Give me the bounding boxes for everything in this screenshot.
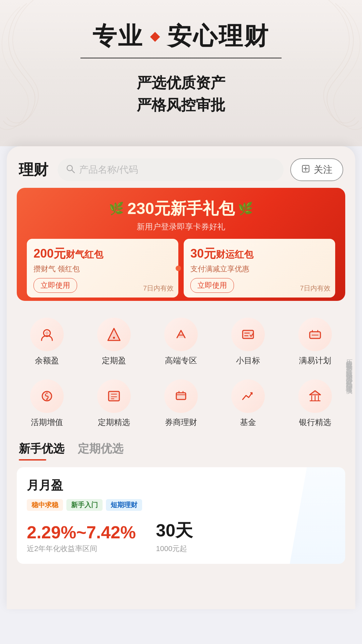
banner-card-2[interactable]: 30元财运红包 支付满减立享优惠 立即使用 7日内有效	[184, 239, 335, 298]
dingqijingxuan-icon-circle	[97, 379, 131, 413]
banner-main-text-value: 230元新手礼包	[127, 198, 235, 219]
period-section: 30天 1000元起	[156, 519, 193, 554]
hero-title: 专业 ◆ 安心理财	[20, 20, 342, 52]
product-tag-3: 短期理财	[106, 499, 142, 511]
search-icon	[66, 164, 75, 176]
banner-card1-use-button[interactable]: 立即使用	[34, 278, 77, 293]
hero-diamond: ◆	[150, 29, 161, 43]
app-card: 历史收益数据仅供参考 过往业绩不预示未来表现 理财有风险 投资需谨慎 理财 产品…	[7, 146, 355, 609]
hero-subtitle-line1: 严选优质资产	[20, 72, 342, 94]
product-name: 月月盈	[27, 477, 335, 494]
follow-button[interactable]: 关注	[290, 158, 343, 181]
banner-card-divider	[176, 266, 181, 271]
grid-item-manyiji[interactable]: 满易计划	[288, 318, 342, 366]
period-desc: 1000元起	[156, 544, 193, 554]
yuebao-icon-circle	[30, 318, 64, 351]
grid-item-yinhang[interactable]: 银行精选	[288, 379, 342, 428]
banner-card2-amount: 30元	[190, 247, 216, 260]
xiaomubiao-label: 小目标	[236, 355, 260, 366]
product-tag-2: 新手入门	[66, 499, 103, 511]
svg-point-7	[113, 337, 115, 339]
tab-fixed[interactable]: 定期优选	[78, 441, 123, 461]
leaf-left-icon: 🌿	[109, 202, 124, 216]
yield-section: 2.29%~7.42% 近2年年化收益率区间	[27, 522, 136, 554]
product-tag-1: 稳中求稳	[27, 499, 63, 511]
hero-subtitle-line2: 严格风控审批	[20, 94, 342, 116]
yinhang-icon-circle	[298, 379, 332, 413]
banner-card1-validity: 7日内有效	[143, 284, 174, 293]
tabs-section: 新手优选 定期优选	[7, 431, 355, 461]
product-card[interactable]: 月月盈 稳中求稳 新手入门 短期理财 2.29%~7.42% 近2年年化收益率区…	[17, 467, 345, 564]
huoqizengzhi-icon-circle	[30, 379, 64, 413]
hero-subtitle: 严选优质资产 严格风控审批	[20, 72, 342, 116]
grid-item-jijin[interactable]: 基金	[221, 379, 275, 428]
svg-point-16	[46, 399, 48, 400]
yield-rate: 2.29%~7.42%	[27, 522, 136, 542]
yield-desc: 近2年年化收益率区间	[27, 544, 136, 554]
dingqibao-icon-circle	[97, 318, 131, 351]
banner-card2-title: 30元财运红包	[190, 246, 328, 262]
banner-card-1[interactable]: 200元财气红包 攒财气 领红包 立即使用 7日内有效	[27, 239, 178, 298]
svg-line-1	[72, 170, 74, 173]
product-bottom: 2.29%~7.42% 近2年年化收益率区间 30天 1000元起	[27, 519, 335, 554]
grid-item-quanshang[interactable]: 券商理财	[154, 379, 208, 428]
banner[interactable]: 🌿 230元新手礼包 🌿 新用户登录即享卡券好礼 200元财气红包 攒财气 领红…	[17, 188, 345, 301]
yinhang-label: 银行精选	[299, 417, 331, 428]
quanshang-icon-circle	[164, 379, 198, 413]
quanshang-label: 券商理财	[165, 417, 197, 428]
grid-item-dingqibao[interactable]: 定期盈	[87, 318, 141, 366]
follow-icon	[301, 164, 310, 175]
grid-item-yuebao[interactable]: 余额盈	[20, 318, 74, 366]
banner-card2-name: 财运红包	[216, 249, 253, 260]
banner-card2-validity: 7日内有效	[300, 284, 330, 293]
banner-card1-desc: 攒财气 领红包	[34, 264, 172, 274]
banner-cards: 200元财气红包 攒财气 领红包 立即使用 7日内有效 30元财运红包 支付满减…	[27, 239, 335, 298]
svg-rect-9	[243, 330, 253, 338]
banner-main-text: 🌿 230元新手礼包 🌿	[27, 198, 335, 219]
header-title: 理财	[19, 160, 48, 180]
gaoduan-icon-circle	[164, 318, 198, 351]
huoqizengzhi-label: 活期增值	[31, 417, 63, 428]
dingqibao-label: 定期盈	[102, 355, 126, 366]
tab-new-user[interactable]: 新手优选	[19, 441, 64, 461]
hero-section: 专业 ◆ 安心理财 严选优质资产 严格风控审批	[0, 0, 362, 146]
jijin-label: 基金	[240, 417, 256, 428]
xiaomubiao-icon-circle	[231, 318, 265, 351]
yuebao-label: 余额盈	[35, 355, 59, 366]
product-tags: 稳中求稳 新手入门 短期理财	[27, 499, 335, 511]
dingqijingxuan-label: 定期精选	[98, 417, 130, 428]
manyiji-icon-circle	[298, 318, 332, 351]
hero-title-left: 专业	[93, 20, 143, 52]
svg-rect-21	[176, 393, 186, 399]
hero-divider	[80, 58, 282, 58]
period-value: 30天	[156, 519, 193, 542]
grid-item-huoqizengzhi[interactable]: 活期增值	[20, 379, 74, 428]
grid-item-dingqijingxuan[interactable]: 定期精选	[87, 379, 141, 428]
jijin-icon-circle	[231, 379, 265, 413]
banner-card2-desc: 支付满减立享优惠	[190, 264, 328, 274]
svg-point-15	[46, 392, 48, 394]
manyiji-label: 满易计划	[299, 355, 331, 366]
search-placeholder-text: 产品名称/代码	[79, 163, 138, 176]
gaoduan-label: 高端专区	[165, 355, 197, 366]
leaf-right-icon: 🌿	[238, 202, 253, 216]
banner-card2-use-button[interactable]: 立即使用	[190, 278, 234, 293]
banner-top: 🌿 230元新手礼包 🌿 新用户登录即享卡券好礼	[27, 198, 335, 232]
banner-sub-text: 新用户登录即享卡券好礼	[27, 221, 335, 232]
icon-grid-row2: 活期增值 定期精选 券商理财	[7, 373, 355, 431]
banner-card1-name: 财气红包	[66, 249, 103, 260]
banner-card1-title: 200元财气红包	[34, 246, 172, 262]
icon-grid-row1: 余额盈 定期盈 高端专区	[7, 311, 355, 369]
grid-item-xiaomubiao[interactable]: 小目标	[221, 318, 275, 366]
banner-card1-amount: 200元	[34, 247, 66, 260]
search-bar[interactable]: 产品名称/代码	[58, 158, 284, 181]
hero-title-right: 安心理财	[168, 20, 269, 52]
svg-point-6	[45, 331, 49, 335]
grid-item-gaoduan[interactable]: 高端专区	[154, 318, 208, 366]
follow-label: 关注	[314, 163, 333, 176]
right-sidebar: 历史收益数据仅供参考 过往业绩不预示未来表现 理财有风险 投资需谨慎	[341, 347, 355, 389]
tabs-row: 新手优选 定期优选	[19, 441, 343, 461]
svg-rect-17	[109, 391, 119, 401]
app-header: 理财 产品名称/代码 关注	[7, 146, 355, 188]
